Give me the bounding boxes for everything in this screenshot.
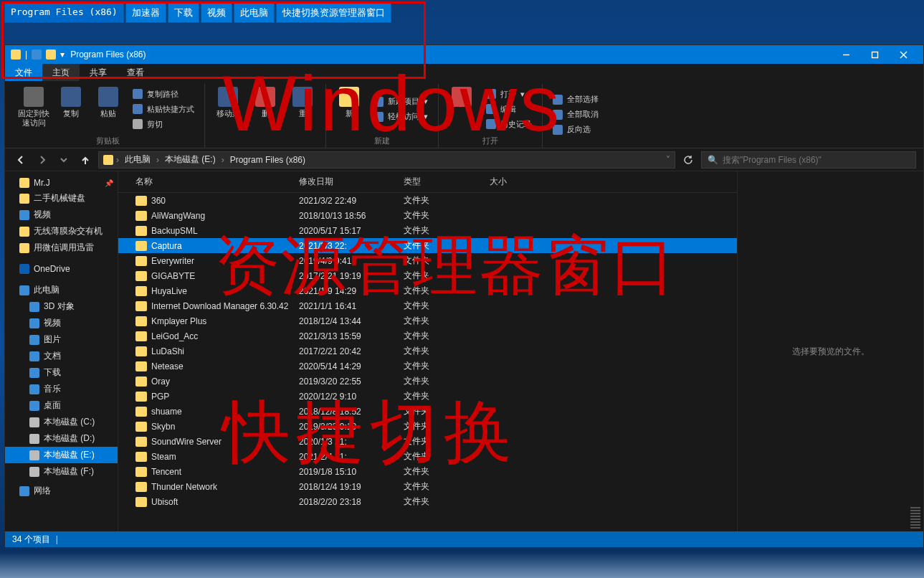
sidebar-item[interactable]: 图片 [5, 331, 118, 348]
crumb-pc[interactable]: 此电脑 [122, 153, 153, 166]
copy-button[interactable]: 复制 [54, 84, 88, 134]
breadcrumb[interactable]: › 此电脑 › 本地磁盘 (E:) › Program Files (x86) … [98, 151, 675, 169]
nav-recent-dropdown[interactable] [55, 151, 72, 169]
sidebar-item[interactable]: 视频 [5, 207, 118, 223]
menu-share[interactable]: 共享 [80, 64, 117, 81]
table-row[interactable]: shuame2018/12/8 18:52文件夹 [118, 404, 737, 419]
col-date[interactable]: 修改日期 [299, 176, 404, 188]
switcher-tab[interactable]: 视频 [201, 3, 232, 23]
pin-to-quick-access-button[interactable]: 固定到快 速访问 [16, 84, 51, 134]
table-row[interactable]: Thunder Network2018/12/4 19:19文件夹 [118, 479, 737, 494]
table-row[interactable]: Steam2021/2/4 21:文件夹 [118, 449, 737, 464]
table-row[interactable]: GIGABYTE2017/2/21 19:19文件夹 [118, 268, 737, 283]
table-row[interactable]: Captura2021/3/3 22:文件夹 [118, 238, 737, 253]
chevron-right-icon[interactable]: › [156, 155, 159, 165]
menu-home[interactable]: 主页 [42, 64, 80, 81]
sidebar-item[interactable]: Mr.J📌 [5, 176, 118, 190]
sidebar-item[interactable]: 本地磁盘 (D:) [5, 430, 118, 447]
new-folder-button[interactable]: 新 [332, 84, 366, 134]
sidebar-thispc[interactable]: 此电脑 [5, 282, 118, 298]
sidebar-item[interactable]: 文档 [5, 348, 118, 364]
switcher-tab[interactable]: 下载 [168, 3, 199, 23]
sidebar-network[interactable]: 网络 [5, 483, 118, 499]
table-row[interactable]: HuyaLive2021/1/9 14:29文件夹 [118, 283, 737, 298]
new-item-button[interactable]: 新建项目 ▾ [369, 95, 432, 108]
close-button[interactable] [889, 45, 918, 64]
qat-button[interactable] [32, 49, 42, 60]
sidebar[interactable]: Mr.J📌二手机械键盘视频无线薄膜杂交有机用微信调用迅雷OneDrive此电脑3… [5, 171, 118, 531]
file-rows[interactable]: 3602021/3/2 22:49文件夹AliWangWang2018/10/1… [118, 193, 737, 531]
table-row[interactable]: AliWangWang2018/10/13 18:56文件夹 [118, 208, 737, 223]
easy-access-button[interactable]: 轻松访问 ▾ [369, 110, 432, 123]
table-row[interactable]: Netease2020/5/14 14:29文件夹 [118, 359, 737, 374]
chevron-right-icon[interactable]: › [222, 155, 224, 165]
sidebar-item[interactable]: 桌面 [5, 397, 118, 414]
table-row[interactable]: Everywriter2019/4/9 9:41文件夹 [118, 253, 737, 268]
switcher-tab[interactable]: 加速器 [125, 3, 166, 23]
chevron-right-icon[interactable]: › [116, 155, 119, 165]
qat-dropdown[interactable]: ▾ [60, 49, 65, 60]
properties-button[interactable] [444, 84, 479, 134]
ribbon-group-label: 新建 [332, 134, 432, 148]
sidebar-onedrive[interactable]: OneDrive [5, 262, 118, 276]
switcher-tab[interactable]: Program Files (x86) [4, 3, 124, 23]
select-all-button[interactable]: 全部选择 [548, 93, 603, 106]
table-row[interactable]: BackupSML2020/5/17 15:17文件夹 [118, 223, 737, 238]
sidebar-item[interactable]: 无线薄膜杂交有机 [5, 223, 118, 240]
col-name[interactable]: 名称 [118, 176, 299, 188]
menu-file[interactable]: 文件 [5, 64, 42, 81]
table-row[interactable]: 3602021/3/2 22:49文件夹 [118, 193, 737, 208]
history-button[interactable]: 历史记录 [482, 118, 536, 131]
menu-view[interactable]: 查看 [117, 64, 154, 81]
table-row[interactable]: LuDaShi2017/2/21 20:42文件夹 [118, 344, 737, 359]
table-row[interactable]: Tencent2019/1/8 15:10文件夹 [118, 464, 737, 479]
minimize-button[interactable] [832, 45, 860, 64]
refresh-button[interactable] [680, 151, 697, 169]
sidebar-item[interactable]: 二手机械键盘 [5, 190, 118, 207]
invert-selection-button[interactable]: 反向选 [548, 123, 603, 136]
address-dropdown[interactable]: ˅ [666, 155, 670, 165]
table-row[interactable]: Oray2019/3/20 22:55文件夹 [118, 374, 737, 389]
sidebar-item[interactable]: 3D 对象 [5, 298, 118, 315]
nav-forward-button[interactable] [34, 151, 51, 169]
sidebar-item[interactable]: 音乐 [5, 381, 118, 397]
sidebar-item[interactable]: 本地磁盘 (E:) [5, 447, 118, 463]
col-type[interactable]: 类型 [404, 176, 490, 188]
nav-back-button[interactable] [12, 151, 29, 169]
table-row[interactable]: Ubisoft2018/2/20 23:18文件夹 [118, 494, 737, 509]
switcher-tab[interactable]: 快捷切换资源管理器窗口 [276, 3, 391, 23]
table-row[interactable]: Internet Download Manager 6.30.422021/1/… [118, 298, 737, 313]
crumb-drive[interactable]: 本地磁盘 (E:) [162, 153, 219, 166]
crumb-folder[interactable]: Program Files (x86) [227, 155, 308, 165]
sidebar-item[interactable]: 视频 [5, 315, 118, 331]
table-row[interactable]: PGP2020/12/2 9:10文件夹 [118, 389, 737, 404]
rename-button[interactable]: 重 [285, 84, 320, 145]
edit-button[interactable]: 编辑 [482, 103, 536, 116]
file-name: shuame [151, 407, 299, 417]
table-row[interactable]: LeiGod_Acc2021/3/13 15:59文件夹 [118, 328, 737, 344]
paste-shortcut-button[interactable]: 粘贴快捷方式 [128, 103, 199, 116]
search-box[interactable]: 🔍 [701, 151, 916, 169]
sidebar-item-label: 3D 对象 [44, 300, 75, 313]
col-size[interactable]: 大小 [490, 176, 561, 188]
search-input[interactable] [723, 155, 910, 165]
sidebar-item[interactable]: 本地磁盘 (F:) [5, 463, 118, 480]
copy-path-button[interactable]: 复制路径 [128, 87, 199, 101]
switcher-tab[interactable]: 此电脑 [234, 3, 275, 23]
table-row[interactable]: Skybn2019/3/23 9:10文件夹 [118, 419, 737, 434]
table-row[interactable]: SoundWire Server2020/1/3 21:文件夹 [118, 434, 737, 449]
maximize-button[interactable] [860, 45, 889, 64]
select-none-button[interactable]: 全部取消 [548, 108, 603, 121]
delete-button[interactable]: 删 [248, 84, 282, 145]
sidebar-item[interactable]: 下载 [5, 364, 118, 381]
sidebar-item[interactable]: 用微信调用迅雷 [5, 240, 118, 256]
table-row[interactable]: Kmplayer Plus2018/12/4 13:44文件夹 [118, 313, 737, 328]
sidebar-item[interactable]: 本地磁盘 (C:) [5, 414, 118, 430]
resize-grip[interactable] [910, 507, 920, 529]
qat-button[interactable] [46, 49, 56, 60]
open-button[interactable]: 打开 ▾ [482, 87, 536, 101]
move-to-button[interactable]: 移动到 [211, 84, 245, 145]
nav-up-button[interactable] [77, 151, 94, 169]
paste-button[interactable]: 粘贴 [91, 84, 125, 134]
cut-button[interactable]: 剪切 [128, 118, 199, 131]
